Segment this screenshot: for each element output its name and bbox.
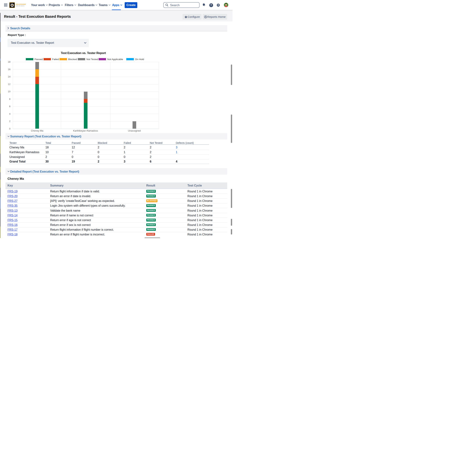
svg-text:Gf: Gf [11,5,13,6]
svg-text:79f: 79f [10,3,11,4]
